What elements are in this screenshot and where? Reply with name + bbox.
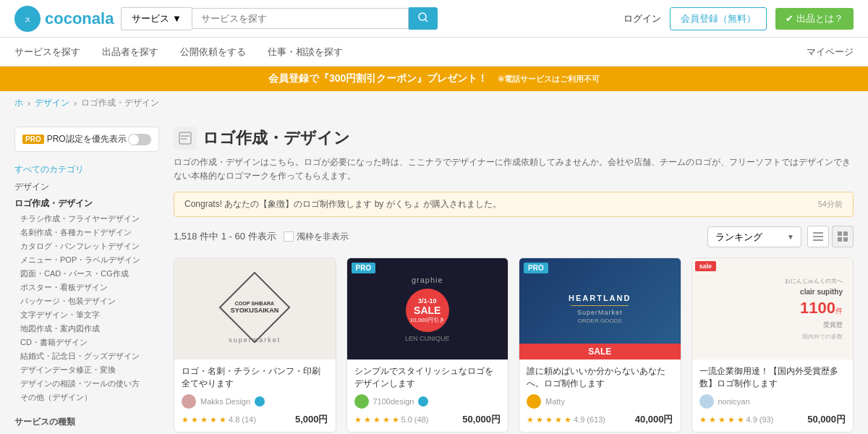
nav-jobs[interactable]: 仕事・相談を探す bbox=[268, 38, 343, 66]
svg-rect-10 bbox=[838, 231, 842, 236]
view-list-button[interactable] bbox=[807, 226, 829, 247]
card-avatar-1 bbox=[182, 394, 196, 409]
sidebar-item-wedding[interactable]: 結婚式・記念日・グッズデザイン bbox=[14, 349, 159, 363]
toggle-switch[interactable] bbox=[128, 134, 151, 145]
sidebar-item-logo[interactable]: ロゴ作成・デザイン bbox=[14, 195, 159, 212]
pro-badge: PRO bbox=[22, 135, 44, 144]
svg-rect-7 bbox=[813, 232, 823, 234]
login-link[interactable]: ログイン bbox=[624, 12, 661, 25]
pro-toggle[interactable]: PRO PRO認定を優先表示 bbox=[14, 127, 159, 152]
sidebar-item-poster[interactable]: ポスター・看板デザイン bbox=[14, 281, 159, 294]
sidebar-all-categories[interactable]: すべてのカテゴリ bbox=[14, 161, 159, 179]
card-footer-3: ★★★★★ 4.9 (613) 40,000円 bbox=[527, 413, 673, 426]
card-meta-4: nonicyan bbox=[699, 394, 846, 409]
card-title-4: 一流企業御用達！【国内外受賞歴多数】ロゴ制作します bbox=[699, 365, 846, 390]
congrats-bar: Congrats! あなたの【象徴】のロゴ制作致します by がくちょ が購入さ… bbox=[174, 192, 854, 217]
review-count-2: (48) bbox=[414, 415, 429, 424]
card-footer-1: ★ ★ ★ ★ ★ 4.8 (14) 5,000円 bbox=[182, 413, 328, 426]
card-image-4: sale おにんじゅんくの方へ clair supithy 1100件 受賞歴 … bbox=[692, 258, 854, 359]
card-price-4: 50,000円 bbox=[807, 413, 846, 426]
sidebar-item-package[interactable]: パッケージ・包装デザイン bbox=[14, 294, 159, 308]
sidebar-item-menu[interactable]: メニュー・POP・ラベルデザイン bbox=[14, 253, 159, 267]
breadcrumb-current: ロゴ作成・デザイン bbox=[81, 97, 159, 109]
filter-right: ランキング 新着順 価格が安い順 価格が高い順 評価が高い順 bbox=[707, 226, 854, 247]
svg-rect-11 bbox=[843, 231, 848, 236]
table-row[interactable]: PRO SALE HEARTLAND SuperMarket ORDER GOO… bbox=[519, 258, 681, 433]
service-button[interactable]: サービス ▼ bbox=[121, 7, 191, 30]
star-3: ★ bbox=[200, 415, 208, 425]
sidebar-item-flyer[interactable]: チラシ作成・フライヤーデザイン bbox=[14, 212, 159, 226]
card-sale-badge-4: sale bbox=[695, 261, 717, 271]
cards-grid-row1: COOP SHIBARA SYOKUSAIKAN supermarket ロゴ・… bbox=[174, 258, 854, 433]
sidebar-item-other[interactable]: その他（デザイン） bbox=[14, 391, 159, 404]
nav-services[interactable]: サービスを探す bbox=[14, 38, 80, 66]
checkbox-icon bbox=[284, 231, 294, 242]
review-count-1: (14) bbox=[242, 415, 256, 424]
sidebar-item-cad[interactable]: 図面・CAD・パース・CG作成 bbox=[14, 267, 159, 281]
sort-wrapper: ランキング 新着順 価格が安い順 価格が高い順 評価が高い順 bbox=[707, 226, 801, 247]
register-button[interactable]: 会員登録（無料） bbox=[670, 7, 767, 30]
breadcrumb-home[interactable]: ホ bbox=[14, 97, 23, 109]
breadcrumb-design[interactable]: デザイン bbox=[35, 97, 69, 109]
sidebar-item-text[interactable]: 文字デザイン・筆文字 bbox=[14, 308, 159, 322]
search-area: サービス ▼ bbox=[121, 7, 437, 30]
congrats-time: 54分前 bbox=[818, 199, 843, 210]
card-price-1: 5,000円 bbox=[295, 413, 328, 426]
card-verify-icon-1 bbox=[255, 396, 265, 407]
card-meta-2: 7100design bbox=[354, 394, 501, 409]
card-pro-badge-3: PRO bbox=[524, 263, 548, 273]
filter-checkbox[interactable]: 濁枠を非表示 bbox=[284, 231, 349, 243]
logo[interactable]: ス coconala bbox=[14, 6, 114, 32]
sidebar-item-card[interactable]: 名刺作成・各種カードデザイン bbox=[14, 226, 159, 239]
svg-rect-5 bbox=[181, 135, 190, 137]
sidebar-item-data[interactable]: デザインデータ修正・変換 bbox=[14, 363, 159, 377]
star-1: ★ bbox=[182, 415, 189, 425]
filter-left: 1,518 件中 1 - 60 件表示 濁枠を非表示 bbox=[174, 230, 349, 243]
submit-button[interactable]: ✔ 出品とは？ bbox=[775, 8, 854, 30]
service-type-section: サービスの種類 通常サービス 電話相談サービス bbox=[14, 416, 159, 434]
card-footer-2: ★★★★★ 5.0 (48) 50,000円 bbox=[354, 413, 501, 426]
card-price-3: 40,000円 bbox=[635, 413, 673, 426]
card-rating-4: ★★★★★ 4.9 (93) bbox=[699, 415, 774, 425]
card-username-3: Matty bbox=[545, 397, 565, 406]
sidebar-item-catalog[interactable]: カタログ・パンフレットデザイン bbox=[14, 239, 159, 253]
search-input[interactable] bbox=[192, 8, 409, 29]
svg-rect-8 bbox=[813, 236, 823, 237]
logo-icon: ス bbox=[14, 6, 41, 32]
svg-rect-12 bbox=[838, 237, 842, 242]
card-title-1: ロゴ・名刺・チラシ・バンフ・印刷全てやります bbox=[182, 365, 328, 390]
card-footer-4: ★★★★★ 4.9 (93) 50,000円 bbox=[699, 413, 846, 426]
svg-rect-6 bbox=[181, 138, 187, 140]
svg-rect-13 bbox=[843, 237, 848, 242]
nav-sellers[interactable]: 出品者を探す bbox=[102, 38, 158, 66]
rating-value-1: 4.8 bbox=[229, 415, 239, 424]
nav-requests[interactable]: 公開依頼をする bbox=[180, 38, 246, 66]
search-button[interactable] bbox=[409, 7, 438, 30]
card-avatar-2 bbox=[354, 394, 369, 409]
pro-toggle-text: PRO認定を優先表示 bbox=[47, 133, 127, 145]
content-area: ロゴ作成・デザイン ロゴの作成・デザインはこちら。ロゴが必要になった時は、ここナ… bbox=[174, 115, 854, 434]
filter-label: 濁枠を非表示 bbox=[297, 231, 349, 243]
logo-text: coconala bbox=[45, 9, 114, 28]
card-pro-badge-2: PRO bbox=[352, 263, 376, 273]
sidebar-item-cd[interactable]: CD・書籍デザイン bbox=[14, 336, 159, 349]
svg-point-2 bbox=[419, 13, 426, 20]
table-row[interactable]: COOP SHIBARA SYOKUSAIKAN supermarket ロゴ・… bbox=[174, 258, 336, 433]
table-row[interactable]: PRO graphie 3/1-10 SALE 10,000円引き LEN CU… bbox=[346, 258, 509, 433]
card-verify-icon-2 bbox=[418, 396, 428, 407]
table-row[interactable]: sale おにんじゅんくの方へ clair supithy 1100件 受賞歴 … bbox=[692, 258, 854, 433]
main-nav: サービスを探す 出品者を探す 公開依頼をする 仕事・相談を探す マイページ bbox=[0, 38, 868, 67]
card-rating-1: ★ ★ ★ ★ ★ 4.8 (14) bbox=[182, 415, 256, 425]
card-username-1: Makks Design bbox=[200, 397, 250, 406]
service-type-title: サービスの種類 bbox=[14, 416, 159, 428]
card-username-4: nonicyan bbox=[718, 397, 750, 406]
view-grid-button[interactable] bbox=[832, 226, 854, 247]
sidebar-item-map[interactable]: 地図作成・案内図作成 bbox=[14, 322, 159, 336]
svg-line-3 bbox=[425, 20, 427, 22]
card-rating-3: ★★★★★ 4.9 (613) bbox=[527, 415, 605, 425]
review-count-3: (613) bbox=[587, 415, 605, 424]
sort-select[interactable]: ランキング 新着順 価格が安い順 価格が高い順 評価が高い順 bbox=[707, 226, 801, 247]
card-body-3: 誰に頼めばいいか分からないあなたへ。ロゴ制作します Matty ★★★★★ 4.… bbox=[519, 359, 681, 432]
sidebar-item-consult[interactable]: デザインの相談・ツールの使い方 bbox=[14, 377, 159, 391]
nav-mypage[interactable]: マイページ bbox=[807, 38, 854, 66]
